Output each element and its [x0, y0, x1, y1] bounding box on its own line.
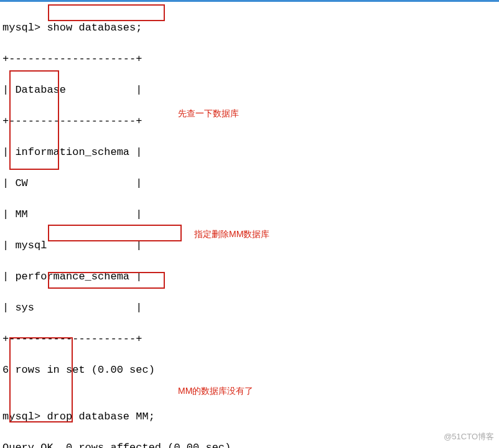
- result-rows: 6 rows in set (0.00 sec): [2, 362, 497, 378]
- table-border: +--------------------+: [2, 51, 497, 67]
- prompt: mysql>: [2, 411, 40, 422]
- command-show-databases: show databases;: [47, 22, 142, 34]
- command-drop-database: drop database MM;: [47, 411, 154, 422]
- result-query-ok: Query OK, 0 rows affected (0.00 sec): [2, 440, 497, 448]
- table-row: | sys |: [2, 300, 497, 315]
- table-row: | CW |: [2, 175, 497, 191]
- annotation-text: MM的数据库没有了: [178, 383, 253, 399]
- table-header: | Database |: [2, 82, 497, 98]
- watermark: @51CTO博客: [444, 429, 494, 444]
- table-row: | performance_schema |: [2, 269, 497, 284]
- table-border: +--------------------+: [2, 331, 497, 347]
- prompt: mysql>: [2, 22, 40, 34]
- annotation-text: 指定删除MM数据库: [194, 226, 269, 242]
- table-border: +--------------------+: [2, 113, 497, 129]
- annotation-text: 先查一下数据库: [178, 106, 239, 121]
- table-row: | MM |: [2, 207, 497, 222]
- table-row: | information_schema |: [2, 144, 497, 160]
